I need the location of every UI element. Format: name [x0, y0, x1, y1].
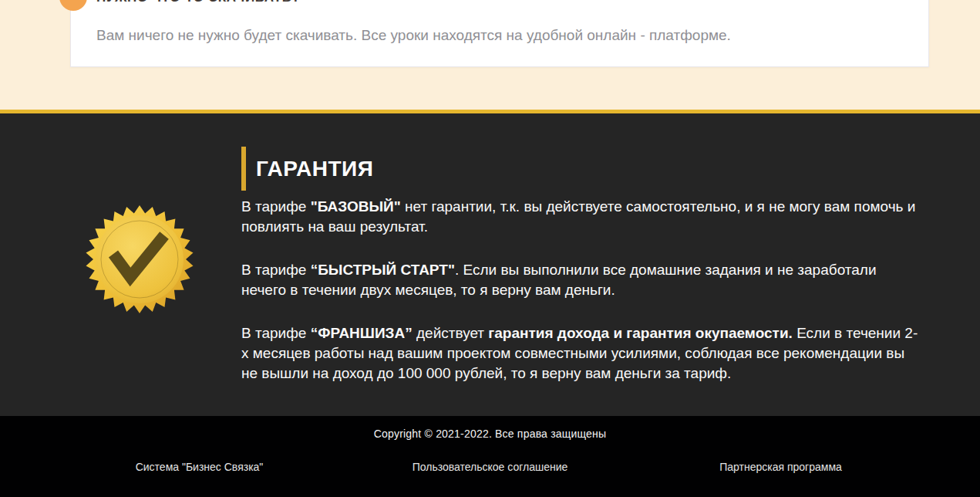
paragraph-tariff-faststart: В тарифе “БЫСТРЫЙ СТАРТ". Если вы выполн… — [241, 260, 923, 300]
guarantee-paragraphs: В тарифе "БАЗОВЫЙ" нет гарантии, т.к. вы… — [241, 197, 923, 407]
faq-answer: Вам ничего не нужно будет скачивать. Все… — [96, 27, 903, 44]
faq-card: НУЖНО ЧТО-ТО СКАЧИВАТЬ? Вам ничего не ну… — [70, 0, 929, 67]
gold-medal-check-icon — [86, 203, 194, 316]
copyright-text: Copyright © 2021-2022. Все права защищен… — [0, 416, 980, 440]
faq-section: НУЖНО ЧТО-ТО СКАЧИВАТЬ? Вам ничего не ну… — [0, 0, 980, 110]
footer-links: Система "Бизнес Связка" Пользовательское… — [0, 440, 980, 474]
faq-question[interactable]: НУЖНО ЧТО-ТО СКАЧИВАТЬ? — [96, 0, 903, 5]
guarantee-heading: ГАРАНТИЯ — [241, 147, 373, 191]
footer-link-partner[interactable]: Партнерская программа — [719, 461, 842, 473]
footer-link-agreement[interactable]: Пользовательское соглашение — [413, 461, 568, 473]
guarantee-section: ГАРАНТИЯ В тарифе "БАЗОВЫЙ" нет гарантии… — [0, 113, 980, 416]
section-title: ГАРАНТИЯ — [256, 157, 373, 181]
heading-accent-bar — [241, 147, 246, 191]
paragraph-tariff-franchise: В тарифе “ФРАНШИЗА” действует гарантия д… — [241, 323, 923, 384]
footer-link-system[interactable]: Система "Бизнес Связка" — [136, 461, 264, 473]
footer: Copyright © 2021-2022. Все права защищен… — [0, 416, 980, 497]
paragraph-tariff-basic: В тарифе "БАЗОВЫЙ" нет гарантии, т.к. вы… — [241, 197, 923, 237]
